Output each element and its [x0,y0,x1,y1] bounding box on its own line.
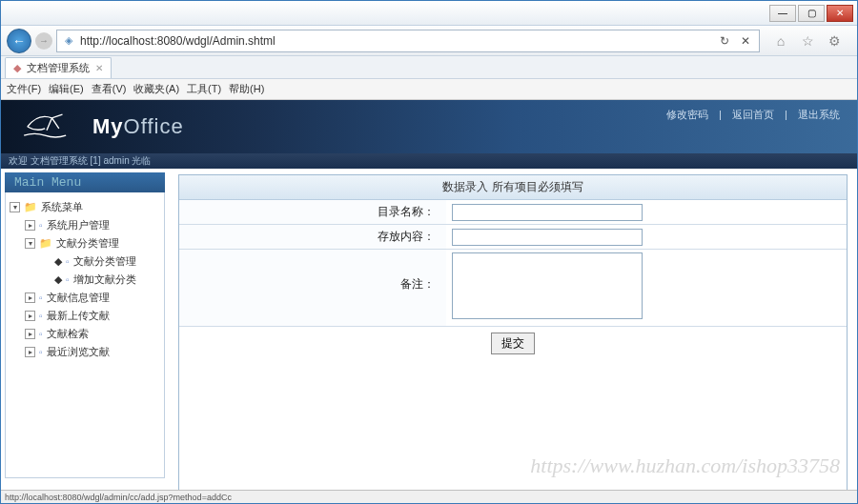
content-area: Main Menu ▾ 📁 系统菜单 ▸ ▫ 系统用户管理 ▾ 📁 文献分类管理… [1,169,857,492]
tree-item[interactable]: ◆ ▫ 增加文献分类 [10,271,160,289]
tree-root[interactable]: ▾ 📁 系统菜单 [10,198,160,216]
stop-icon[interactable]: ✕ [736,31,755,50]
browser-tab[interactable]: ◆ 文档管理系统 ✕ [5,57,112,78]
tree-item[interactable]: ▸ ▫ 最新上传文献 [10,307,160,325]
address-input-wrap[interactable]: ◈ ↻ ✕ [56,30,760,52]
file-icon: ▫ [39,347,43,357]
tree-item[interactable]: ◆ ▫ 文献分类管理 [10,252,160,271]
menu-favorites[interactable]: 收藏夹(A) [133,82,179,96]
tab-title: 文档管理系统 [27,61,90,75]
tree-item[interactable]: ▸ ▫ 文献检索 [10,325,160,343]
label-directory-name: 目录名称： [179,200,446,224]
link-change-password[interactable]: 修改密码 [663,109,712,120]
menu-file[interactable]: 文件(F) [7,82,41,96]
file-icon: ▫ [39,220,43,231]
link-home[interactable]: 返回首页 [728,109,778,120]
folder-icon: 📁 [39,237,52,250]
nav-forward-button[interactable]: → [35,32,52,50]
collapse-icon[interactable]: ▾ [25,238,35,249]
window-close[interactable]: ✕ [827,5,853,22]
page-icon: ◈ [61,33,76,49]
main-panel: 数据录入 所有项目必须填写 目录名称： 存放内容： 备注： 提交 [169,169,857,492]
app-title: MyOffice [92,114,184,139]
file-icon: ▫ [66,256,70,267]
expand-icon[interactable]: ▸ [25,311,35,321]
label-content: 存放内容： [179,225,446,249]
submit-button[interactable]: 提交 [491,333,535,354]
favorites-icon[interactable]: ☆ [798,31,817,50]
input-content[interactable] [452,229,643,246]
tree-item[interactable]: ▸ ▫ 文献信息管理 [10,289,160,307]
logo-icon [20,106,73,148]
menu-edit[interactable]: 编辑(E) [49,82,84,96]
form-title: 数据录入 所有项目必须填写 [179,175,847,200]
menu-help[interactable]: 帮助(H) [229,82,264,96]
menu-tools[interactable]: 工具(T) [187,82,221,96]
menu-view[interactable]: 查看(V) [92,82,127,96]
form-panel: 数据录入 所有项目必须填写 目录名称： 存放内容： 备注： 提交 [178,174,848,503]
settings-gear-icon[interactable]: ⚙ [825,31,844,50]
app-banner: MyOffice 修改密码 | 返回首页 | 退出系统 [1,100,857,153]
sidebar-header: Main Menu [5,172,165,192]
tab-strip: ◆ 文档管理系统 ✕ [1,56,857,79]
nav-back-button[interactable]: ← [7,29,31,53]
textarea-remark[interactable] [452,252,643,319]
tree-item[interactable]: ▸ ▫ 最近浏览文献 [10,343,160,361]
welcome-strip: 欢迎 文档管理系统 [1] admin 光临 [1,153,857,169]
nav-tree: ▾ 📁 系统菜单 ▸ ▫ 系统用户管理 ▾ 📁 文献分类管理 ◆ ▫ 文献分类管… [5,192,165,478]
expand-icon[interactable]: ▸ [25,292,35,303]
tab-favicon-icon: ◆ [13,62,21,74]
tree-item[interactable]: ▾ 📁 文献分类管理 [10,234,160,252]
refresh-icon[interactable]: ↻ [715,31,734,50]
folder-icon: 📁 [24,201,37,213]
sidebar: Main Menu ▾ 📁 系统菜单 ▸ ▫ 系统用户管理 ▾ 📁 文献分类管理… [1,169,169,492]
expand-icon[interactable]: ▸ [25,347,35,357]
file-icon: ▫ [66,274,70,285]
address-bar-row: ← → ◈ ↻ ✕ ⌂ ☆ ⚙ [1,26,857,56]
collapse-icon[interactable]: ▾ [10,202,20,212]
status-bar: http://localhost:8080/wdgl/admin/cc/add.… [1,490,857,503]
label-remark: 备注： [179,250,446,326]
tab-close-icon[interactable]: ✕ [95,63,103,73]
menu-bar: 文件(F) 编辑(E) 查看(V) 收藏夹(A) 工具(T) 帮助(H) [1,79,857,100]
window-maximize[interactable]: ▢ [798,5,825,22]
file-icon: ▫ [39,311,43,321]
link-logout[interactable]: 退出系统 [794,109,844,120]
expand-icon[interactable]: ▸ [25,329,35,339]
file-icon: ▫ [39,292,43,303]
address-input[interactable] [76,34,715,48]
tree-item[interactable]: ▸ ▫ 系统用户管理 [10,216,160,234]
home-icon[interactable]: ⌂ [771,31,790,50]
input-directory-name[interactable] [452,204,643,221]
expand-icon[interactable]: ▸ [25,220,35,231]
file-icon: ▫ [39,329,43,339]
window-titlebar: — ▢ ✕ [1,1,857,26]
window-minimize[interactable]: — [769,5,796,22]
banner-links: 修改密码 | 返回首页 | 退出系统 [663,108,844,122]
